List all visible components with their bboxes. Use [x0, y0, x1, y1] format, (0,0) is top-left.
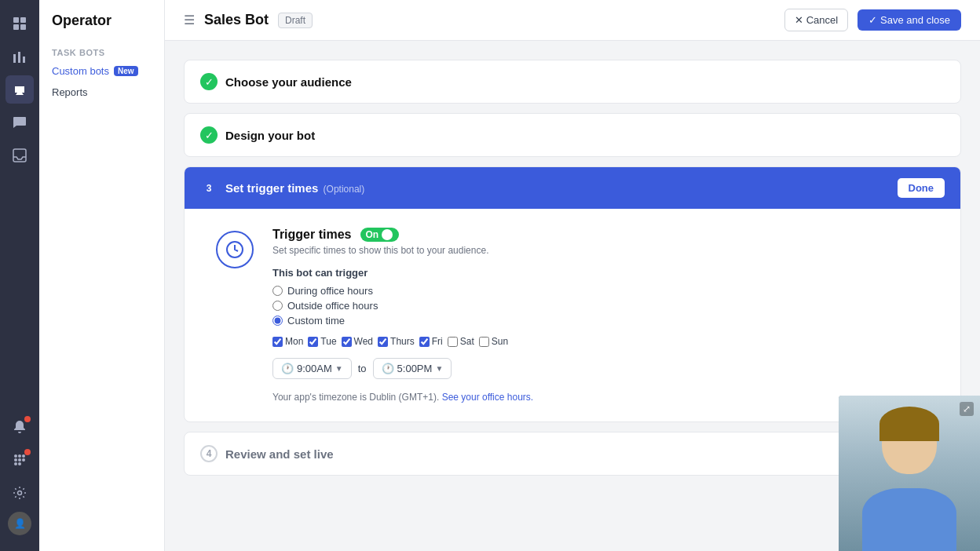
topbar: ☰ Sales Bot Draft ✕ Cancel ✓ Save and cl… — [165, 0, 980, 41]
trigger-header-row: Trigger times On — [272, 228, 929, 242]
trigger-description: Set specific times to show this bot to y… — [272, 245, 929, 256]
svg-point-16 — [18, 491, 22, 495]
video-expand-icon[interactable]: ⤢ — [960, 402, 974, 416]
radio-outside-hours[interactable]: Outside office hours — [272, 300, 929, 312]
end-time-value: 5:00PM — [397, 363, 433, 374]
toggle-wrap[interactable]: On — [360, 228, 399, 242]
time-row: 🕐 9:00AM ▼ to 🕐 5:00PM ▼ — [272, 358, 929, 379]
user-avatar[interactable]: 👤 — [8, 512, 31, 535]
nav-item-custom-bots[interactable]: Custom bots New — [39, 60, 164, 82]
step-3-title: Set trigger times (Optional) — [225, 181, 364, 195]
time-to-label: to — [358, 363, 367, 374]
step-2-check: ✓ — [200, 126, 218, 144]
clock-icon — [216, 231, 254, 268]
radio-office-hours[interactable]: During office hours — [272, 285, 929, 297]
video-overlay: ⤢ — [839, 396, 980, 551]
step-4-number: 4 — [200, 445, 218, 462]
day-tue[interactable]: Tue — [308, 336, 336, 347]
day-thurs[interactable]: Thurs — [378, 336, 415, 347]
trigger-right-panel: Trigger times On Set specific times to s… — [272, 228, 929, 403]
step-3-number: 3 — [200, 180, 218, 197]
icon-sidebar: 👤 — [0, 0, 39, 551]
start-time-caret: ▼ — [335, 364, 343, 373]
step-2-header: ✓ Design your bot — [185, 114, 960, 156]
svg-rect-2 — [13, 24, 19, 30]
trigger-title: Trigger times — [272, 228, 351, 242]
sidebar-icon-inbox[interactable] — [5, 141, 34, 170]
draft-badge: Draft — [278, 13, 313, 28]
svg-point-8 — [14, 454, 17, 458]
timezone-note: Your app's timezone is Dublin (GMT+1). S… — [272, 392, 929, 403]
day-sun[interactable]: Sun — [479, 336, 508, 347]
day-fri[interactable]: Fri — [419, 336, 443, 347]
end-time-select[interactable]: 🕐 5:00PM ▼ — [373, 358, 452, 379]
day-mon[interactable]: Mon — [272, 336, 303, 347]
menu-icon[interactable]: ☰ — [184, 13, 195, 27]
step-1-card: ✓ Choose your audience — [184, 60, 961, 104]
day-sat[interactable]: Sat — [448, 336, 474, 347]
video-face — [839, 396, 980, 551]
svg-rect-0 — [13, 17, 19, 23]
sidebar-icon-message[interactable] — [5, 108, 34, 137]
custom-bots-badge: New — [114, 66, 138, 76]
step-2-card: ✓ Design your bot — [184, 113, 961, 157]
svg-rect-4 — [13, 54, 16, 63]
day-wed[interactable]: Wed — [342, 336, 373, 347]
cancel-button[interactable]: ✕ Cancel — [784, 9, 848, 31]
save-button[interactable]: ✓ Save and close — [858, 9, 961, 31]
nav-section-task-bots: Task bots — [39, 42, 164, 60]
left-nav: Operator Task bots Custom bots New Repor… — [39, 0, 165, 551]
radio-outside-hours-input[interactable] — [272, 301, 283, 311]
start-time-value: 9:00AM — [297, 363, 332, 374]
svg-point-11 — [14, 458, 17, 462]
trigger-section-title: This bot can trigger — [272, 267, 929, 279]
end-clock-icon: 🕐 — [382, 363, 394, 374]
sidebar-icon-notifications[interactable] — [5, 413, 34, 441]
office-hours-link[interactable]: See your office hours. — [442, 392, 534, 403]
radio-office-hours-input[interactable] — [272, 286, 283, 296]
step-2-title: Design your bot — [225, 129, 315, 142]
step-3-header: 3 Set trigger times (Optional) Done — [185, 167, 960, 209]
nav-title: Operator — [39, 13, 164, 42]
svg-rect-6 — [23, 57, 25, 63]
start-time-select[interactable]: 🕐 9:00AM ▼ — [272, 358, 352, 379]
nav-item-reports[interactable]: Reports — [39, 82, 164, 103]
radio-office-hours-label: During office hours — [287, 285, 373, 297]
step-1-check: ✓ — [200, 73, 218, 90]
svg-rect-3 — [20, 24, 26, 30]
radio-custom-time-label: Custom time — [287, 315, 345, 327]
sidebar-icon-settings[interactable] — [5, 479, 34, 507]
step-3-optional: (Optional) — [324, 184, 365, 195]
svg-point-14 — [14, 462, 17, 465]
radio-custom-time[interactable]: Custom time — [272, 315, 929, 327]
page-title: Sales Bot — [204, 12, 269, 28]
sidebar-icon-chart[interactable] — [5, 42, 34, 71]
radio-custom-time-input[interactable] — [272, 316, 283, 326]
svg-point-15 — [18, 462, 21, 465]
step-1-title: Choose your audience — [225, 75, 352, 89]
toggle-circle — [382, 229, 393, 240]
svg-point-10 — [22, 454, 25, 458]
days-row: Mon Tue Wed Thurs Fri — [272, 336, 929, 347]
step-1-header: ✓ Choose your audience — [185, 60, 960, 103]
svg-point-13 — [22, 458, 25, 462]
toggle-on[interactable]: On — [360, 228, 399, 242]
svg-point-12 — [18, 458, 21, 462]
svg-rect-1 — [20, 17, 26, 23]
save-icon: ✓ — [868, 14, 877, 26]
step-3-card: 3 Set trigger times (Optional) Done — [184, 166, 961, 422]
sidebar-icon-apps[interactable] — [5, 446, 34, 474]
svg-point-9 — [18, 454, 21, 458]
sidebar-icon-operator[interactable] — [5, 75, 34, 104]
cancel-icon: ✕ — [795, 14, 803, 26]
trigger-content: Trigger times On Set specific times to s… — [185, 209, 960, 421]
sidebar-icon-grid[interactable] — [5, 9, 34, 38]
done-button[interactable]: Done — [898, 178, 945, 198]
step-4-title: Review and set live — [225, 447, 334, 461]
end-time-caret: ▼ — [435, 364, 443, 373]
start-clock-icon: 🕐 — [281, 363, 294, 374]
svg-rect-5 — [18, 52, 20, 63]
radio-group: During office hours Outside office hours… — [272, 285, 929, 327]
radio-outside-hours-label: Outside office hours — [287, 300, 378, 312]
